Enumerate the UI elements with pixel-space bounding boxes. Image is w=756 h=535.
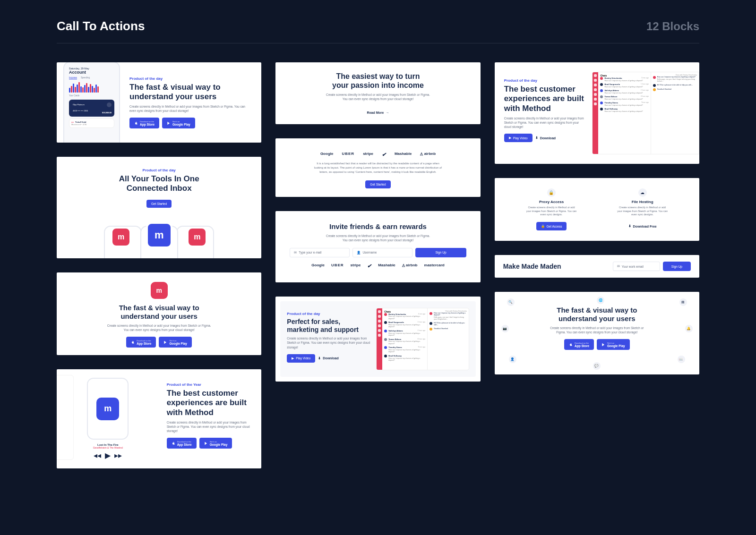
block-best-customer-chat: Product of the day The best customer exp…: [495, 62, 699, 164]
app-store-button[interactable]: Download on theApp Store: [126, 337, 156, 348]
title: The easiest way to turn your passion int…: [331, 72, 425, 90]
block-best-customer-music: m Lost In The Fire Gesaffelstein & The W…: [57, 369, 261, 468]
app-store-button[interactable]: Download on theApp Store: [564, 339, 594, 350]
username-input[interactable]: 👤 Username: [352, 248, 412, 257]
play-video-button[interactable]: ▶ Play Video: [504, 134, 533, 142]
chat-item: Dmitriy Grinchenko 3 min agoHow can I im…: [600, 77, 648, 82]
camera-icon: 📷: [501, 325, 509, 332]
chat-ui-mockup: Chats Dmitriy Grinchenko 3 min agoHow ca…: [592, 72, 699, 154]
chat-message: Hi! I'll be a pleasure to be able to hel…: [430, 322, 466, 326]
email-icon: ✉: [294, 251, 297, 255]
title: The best customer experiences are built …: [504, 85, 586, 113]
signup-form: ✉ Your work email Sign Up: [613, 262, 691, 271]
phone-mockup: Saturday, 29 May Account Incomes Spendin…: [63, 62, 120, 143]
track-artist: Gesaffelstein & The Weeknd: [93, 446, 123, 449]
tab-incomes: Incomes: [69, 76, 77, 79]
chat-message: Goodluck Stamford: [653, 88, 697, 91]
description: Create screens directly in Method or add…: [504, 116, 586, 129]
title: The fast & visual way to understand your…: [129, 83, 248, 102]
feature-title: File Hosting: [617, 200, 669, 204]
chat-item: Brad Holloway How can I improve my chanc…: [384, 355, 425, 362]
lock-icon: 🔒: [547, 188, 556, 197]
prev-icon[interactable]: ◂◂: [94, 451, 101, 460]
chat-item: Salishya Adams 2 hour agoHow can I impro…: [384, 330, 425, 337]
logo-stripe: stripe: [351, 263, 361, 269]
description: Create screens directly in Method or add…: [525, 206, 577, 217]
chat-message: How can I improve my chances of getting …: [430, 312, 466, 321]
blocks-grid: Saturday, 29 May Account Incomes Spendin…: [57, 62, 699, 468]
feature-file: ☁ File Hosting Create screens directly i…: [617, 188, 669, 230]
block-fast-visual-phone: Saturday, 29 May Account Incomes Spendin…: [57, 62, 261, 143]
credit-card: Olya Platinum 4923 •••• •••• 2015 $10,93…: [69, 100, 114, 117]
download-free-link[interactable]: ⬇ Download Free: [628, 224, 657, 228]
get-access-button[interactable]: 🔒 Get Access: [536, 222, 567, 230]
app-store-button[interactable]: Download on theApp Store: [129, 118, 159, 128]
logo-nike: ✔: [367, 263, 371, 269]
play-icon[interactable]: ▶: [105, 451, 111, 460]
description: It is a long established fact that a rea…: [312, 161, 444, 174]
apple-icon: [569, 343, 573, 347]
eyebrow: Product of the day: [129, 76, 248, 81]
block-proxy-file: 🔒 Proxy Access Create screens directly i…: [495, 178, 699, 241]
block-fast-visual-floating: 🔍 🌐 ▤ 📷 🔔 👤 💬 📖 The fast & visual way to…: [495, 292, 699, 374]
cards-label: Your Cards: [69, 94, 114, 97]
text-section: Product of the day Perfect for sales, ma…: [287, 308, 370, 370]
description: Create screens directly in Method or add…: [287, 336, 370, 349]
chat-pane: Chat with Dmitriy Grinchenko How can I i…: [651, 72, 699, 154]
chat-item: Tomas Edison 3 hour agoHow can I improve…: [384, 338, 425, 345]
download-icon: ⬇: [628, 224, 631, 228]
text-section: Product of the day The best customer exp…: [504, 72, 586, 154]
get-started-button[interactable]: Get Started: [365, 180, 390, 188]
block-logos-get-started: Google UBER stripe ✔ Mashable ◬ airbnb I…: [275, 138, 480, 197]
description: Create screens directly in Method or add…: [617, 206, 669, 217]
description: Create screens directly in Method or add…: [326, 93, 430, 101]
chat-item: Tomas Edison 3 hour agoHow can I improve…: [600, 95, 648, 100]
next-icon[interactable]: ▸▸: [114, 451, 122, 460]
email-input[interactable]: ✉ Type your e-mail: [290, 248, 350, 257]
logo-airbnb: ◬ airbnb: [420, 152, 436, 158]
read-more-link[interactable]: Read More →: [367, 111, 389, 114]
google-play-button[interactable]: Get it onGoogle Play: [199, 438, 232, 449]
download-icon: ⬇: [318, 357, 321, 360]
play-icon: [167, 121, 171, 125]
app-icon-red: m: [187, 227, 207, 247]
block-tools-inbox: Product of the day All Your Tools In One…: [57, 157, 261, 258]
app-icon-red: m: [151, 282, 168, 299]
user-icon: 👤: [357, 251, 361, 255]
title: The fast & visual way to understand your…: [550, 306, 644, 323]
sign-up-button[interactable]: Sign Up: [415, 248, 466, 257]
logo-mashable: Mashable: [395, 152, 412, 158]
tab-spending: Spending: [81, 76, 90, 79]
block-invite-friends: Invite friends & earn rewards Create scr…: [275, 211, 480, 282]
chat-item: Brad Gorgonzola 1 hour agoHow can I impr…: [600, 83, 648, 88]
logo-airbnb: ◬ airbnb: [402, 263, 418, 269]
email-input[interactable]: ✉ Your work email: [613, 262, 660, 271]
description: Create screens directly in Method or add…: [129, 104, 248, 113]
feature-proxy: 🔒 Proxy Access Create screens directly i…: [525, 188, 577, 230]
chat-message: How can I improve my chances of getting …: [653, 76, 697, 83]
get-started-button[interactable]: Get Started: [146, 200, 172, 208]
google-play-button[interactable]: Get it onGoogle Play: [162, 118, 195, 128]
app-icon-red: m: [111, 227, 131, 247]
signup-form: ✉ Type your e-mail 👤 Username Sign Up: [290, 248, 466, 257]
download-link[interactable]: ⬇ Download: [535, 136, 556, 140]
phone-title: Account: [69, 70, 114, 75]
google-play-button[interactable]: Get it onGoogle Play: [159, 337, 192, 348]
app-store-button[interactable]: Download on theApp Store: [167, 438, 197, 449]
logo-mashable: Mashable: [378, 263, 395, 269]
download-icon: ⬇: [535, 136, 538, 140]
arrow-icon: →: [386, 111, 389, 114]
block-count: 12 Blocks: [646, 20, 699, 33]
apple-icon: [131, 340, 135, 344]
download-link[interactable]: ⬇ Download: [318, 357, 338, 360]
google-play-button[interactable]: Get it onGoogle Play: [597, 339, 630, 350]
credit-card-2: ●● Tinkoff Gold Mastercard • 4736: [69, 119, 114, 128]
page-title: Call To Actions: [57, 19, 145, 34]
logo-stripe: stripe: [363, 152, 373, 158]
chat-message: Goodluck Stamford: [430, 328, 466, 331]
play-video-button[interactable]: ▶ Play Video: [287, 354, 315, 363]
message-icon: 💬: [593, 362, 601, 370]
sign-up-button[interactable]: Sign Up: [663, 262, 691, 271]
app-icon-blue: m: [96, 398, 119, 420]
eyebrow: Product of the Year: [167, 382, 254, 387]
